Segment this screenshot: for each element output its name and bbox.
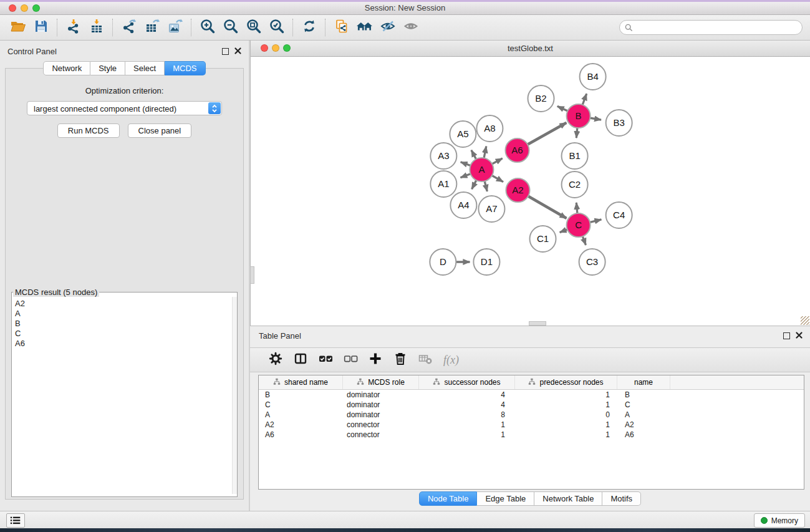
cell[interactable]: connector xyxy=(343,430,419,440)
close-panel-button-2[interactable]: Close panel xyxy=(128,123,192,138)
zoom-fit-button[interactable] xyxy=(242,17,265,37)
resize-grip-icon[interactable] xyxy=(801,316,809,325)
cell[interactable]: A xyxy=(617,410,670,420)
graph-node-C3[interactable]: C3 xyxy=(579,249,605,275)
mcds-result-item[interactable]: A2 xyxy=(12,299,237,309)
graph-node-A4[interactable]: A4 xyxy=(450,192,476,218)
cell[interactable]: 1 xyxy=(515,430,617,440)
hide-graphics-button[interactable] xyxy=(376,17,399,37)
delete-row-button[interactable] xyxy=(392,352,408,368)
column-header-name[interactable]: name xyxy=(617,375,670,389)
mcds-result-item[interactable]: C xyxy=(12,329,237,339)
cell[interactable]: B xyxy=(617,390,670,400)
cell[interactable]: 0 xyxy=(515,410,617,420)
tab-mcds[interactable]: MCDS xyxy=(165,61,205,75)
split-handle-vertical[interactable] xyxy=(250,266,254,284)
cell[interactable]: dominator xyxy=(343,400,419,410)
cell[interactable]: C xyxy=(617,400,670,410)
deselect-all-columns-button[interactable] xyxy=(342,352,359,368)
graph-node-A8[interactable]: A8 xyxy=(476,115,503,142)
column-header-mcds-role[interactable]: MCDS role xyxy=(343,375,419,389)
graph-node-B1[interactable]: B1 xyxy=(562,143,588,169)
import-table-button[interactable] xyxy=(85,17,108,37)
column-header-successor-nodes[interactable]: successor nodes xyxy=(419,375,515,389)
show-graphics-button[interactable] xyxy=(399,17,422,37)
search-input[interactable] xyxy=(619,20,803,35)
graph-node-A3[interactable]: A3 xyxy=(430,143,456,169)
function-builder-button[interactable]: f(x) xyxy=(442,354,459,367)
export-table-button[interactable] xyxy=(140,17,163,37)
cell[interactable]: B xyxy=(259,390,343,400)
column-header-predecessor-nodes[interactable]: predecessor nodes xyxy=(515,375,617,389)
cell[interactable]: 1 xyxy=(515,420,617,430)
tab-style[interactable]: Style xyxy=(90,61,125,75)
criterion-select[interactable]: largest connected component (directed) xyxy=(27,101,222,115)
zoom-selected-button[interactable] xyxy=(265,17,288,37)
float-panel-button[interactable] xyxy=(222,48,229,55)
close-table-panel-button[interactable] xyxy=(796,330,803,341)
import-network-button[interactable] xyxy=(62,17,85,37)
table-tab-network-table[interactable]: Network Table xyxy=(534,491,602,506)
graph-node-A1[interactable]: A1 xyxy=(430,171,456,197)
refresh-view-button[interactable] xyxy=(297,17,321,37)
table-tab-edge-table[interactable]: Edge Table xyxy=(477,491,534,506)
cell[interactable]: A6 xyxy=(617,430,670,440)
mcds-result-item[interactable]: A xyxy=(12,309,237,319)
table-settings-button[interactable] xyxy=(268,352,284,368)
graph-node-A5[interactable]: A5 xyxy=(450,121,476,147)
cell[interactable]: 8 xyxy=(419,410,515,420)
graph-node-D1[interactable]: D1 xyxy=(473,249,499,275)
cell[interactable]: 1 xyxy=(515,390,617,400)
float-table-panel-button[interactable] xyxy=(783,332,790,339)
split-handle-horizontal[interactable] xyxy=(529,321,546,326)
tab-select[interactable]: Select xyxy=(125,61,165,75)
delete-table-button[interactable] xyxy=(417,352,433,368)
graph-node-A6[interactable]: A6 xyxy=(505,138,529,162)
mcds-list-scrollbar[interactable] xyxy=(232,297,237,494)
save-session-button[interactable] xyxy=(29,17,52,37)
cell[interactable]: A2 xyxy=(617,420,670,430)
network-canvas[interactable]: B4B2BB3A8A5A6B1A3AA1C2A2A4A7C4CC1C3DD1 xyxy=(251,57,810,326)
table-row[interactable]: A2connector11A2 xyxy=(259,420,804,430)
graph-node-B3[interactable]: B3 xyxy=(606,110,632,136)
network-zoom-button[interactable] xyxy=(283,44,291,52)
zoom-button[interactable] xyxy=(32,4,40,12)
table-row[interactable]: Adominator80A xyxy=(259,410,804,420)
table-row[interactable]: A6connector11A6 xyxy=(259,430,804,440)
cell[interactable]: 1 xyxy=(515,400,617,410)
column-header-shared-name[interactable]: shared name xyxy=(259,375,343,389)
cell[interactable]: 1 xyxy=(419,430,515,440)
duplicate-network-button[interactable] xyxy=(330,17,353,37)
graph-node-C1[interactable]: C1 xyxy=(529,226,556,252)
cell[interactable]: 4 xyxy=(419,400,515,410)
cell[interactable]: A6 xyxy=(259,430,343,440)
graph-node-C4[interactable]: C4 xyxy=(606,202,632,228)
run-mcds-button[interactable]: Run MCDS xyxy=(57,123,120,138)
network-minimize-button[interactable] xyxy=(272,44,279,52)
graph-node-B2[interactable]: B2 xyxy=(528,85,554,112)
graph-node-D[interactable]: D xyxy=(430,249,456,275)
cell[interactable]: 4 xyxy=(419,390,515,400)
export-image-button[interactable] xyxy=(163,17,186,37)
graph-node-B4[interactable]: B4 xyxy=(580,64,606,90)
mcds-result-item[interactable]: A6 xyxy=(12,339,237,349)
table-tab-motifs[interactable]: Motifs xyxy=(602,491,641,506)
select-all-columns-button[interactable] xyxy=(317,352,334,368)
tab-network[interactable]: Network xyxy=(43,61,90,75)
cell[interactable]: dominator xyxy=(343,410,419,420)
close-panel-button[interactable] xyxy=(234,46,241,57)
mcds-result-item[interactable]: B xyxy=(12,319,237,329)
table-row[interactable]: Cdominator41C xyxy=(259,400,804,410)
graph-node-A2[interactable]: A2 xyxy=(506,178,529,202)
task-history-button[interactable] xyxy=(6,513,25,528)
home-view-button[interactable] xyxy=(353,17,376,37)
graph-node-B[interactable]: B xyxy=(567,104,591,128)
table-row[interactable]: Bdominator41B xyxy=(259,390,804,400)
network-close-button[interactable] xyxy=(261,44,268,52)
graph-node-C2[interactable]: C2 xyxy=(562,172,588,198)
cell[interactable]: A xyxy=(259,410,343,420)
minimize-button[interactable] xyxy=(21,4,28,12)
cell[interactable]: dominator xyxy=(343,390,419,400)
export-network-button[interactable] xyxy=(117,17,140,37)
add-row-button[interactable] xyxy=(367,352,383,368)
